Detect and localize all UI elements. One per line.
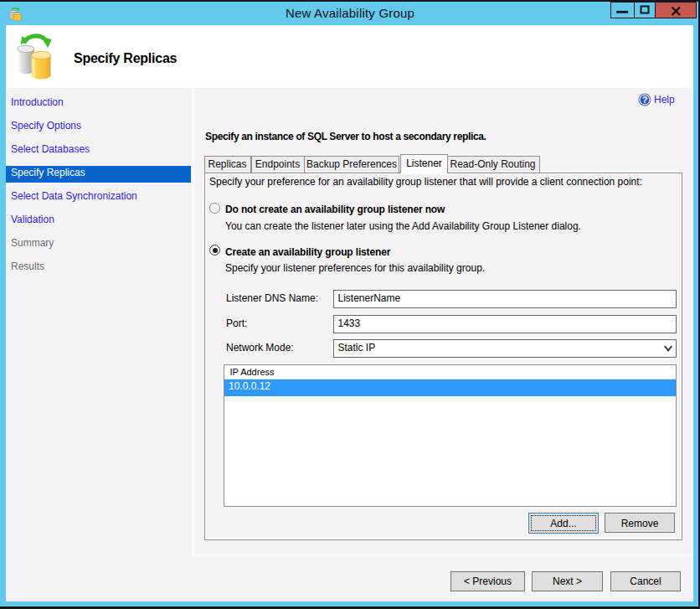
svg-text:?: ? bbox=[642, 95, 648, 105]
